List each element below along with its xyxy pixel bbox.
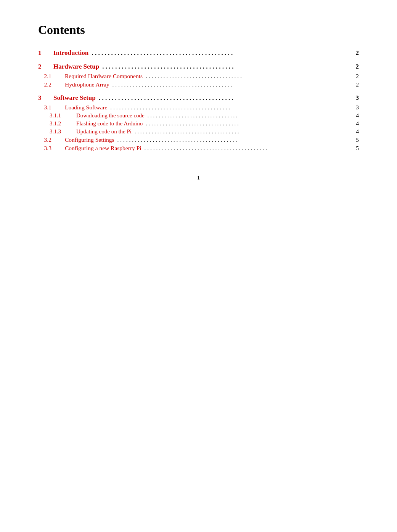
toc-entry-3-1-3: 3.1.3 Updating code on the Pi . . . . . …: [38, 128, 359, 135]
toc-label-3-1-2[interactable]: Flashing code to the Arduino: [76, 120, 143, 127]
toc-section-2: 2 Hardware Setup . . . . . . . . . . . .…: [38, 63, 359, 88]
toc-entry-3: 3 Software Setup . . . . . . . . . . . .…: [38, 94, 359, 102]
page-number: 1: [197, 175, 200, 181]
toc-number-3-3: 3.3: [38, 145, 65, 152]
toc-page-1: 2: [351, 49, 359, 57]
toc-page-3-1-1: 4: [351, 112, 359, 119]
toc-dots-3-1-3: . . . . . . . . . . . . . . . . . . . . …: [133, 128, 350, 135]
toc-entry-3-1: 3.1 Loading Software . . . . . . . . . .…: [38, 104, 359, 111]
toc-entry-2: 2 Hardware Setup . . . . . . . . . . . .…: [38, 63, 359, 71]
toc-link-3-1-1[interactable]: 3.1.1: [50, 112, 61, 119]
toc-link-2-1[interactable]: 2.1: [44, 73, 51, 79]
toc-page-3-2: 5: [351, 136, 359, 143]
toc-dots-2-2: . . . . . . . . . . . . . . . . . . . . …: [111, 81, 350, 88]
toc-label-3-1-1[interactable]: Downloading the source code: [76, 112, 145, 119]
toc-number-3: 3: [38, 94, 53, 102]
toc-number-3-1-3: 3.1.3: [38, 128, 76, 135]
toc-link-3-2[interactable]: 3.2: [44, 136, 51, 143]
toc-entry-3-3: 3.3 Configuring a new Raspberry Pi . . .…: [38, 145, 359, 152]
toc-label-1[interactable]: Introduction: [53, 49, 88, 57]
toc-link-3[interactable]: 3: [38, 94, 42, 101]
toc-dots-2-1: . . . . . . . . . . . . . . . . . . . . …: [144, 73, 350, 80]
toc-page-3-1: 3: [351, 104, 359, 111]
toc-section-1: 1 Introduction . . . . . . . . . . . . .…: [38, 49, 359, 57]
toc-label-3-3[interactable]: Configuring a new Raspberry Pi: [65, 145, 141, 152]
toc-dots-3-1-1: . . . . . . . . . . . . . . . . . . . . …: [146, 112, 350, 119]
toc-dots-3-3: . . . . . . . . . . . . . . . . . . . . …: [143, 145, 350, 152]
toc-page-3-3: 5: [351, 145, 359, 152]
toc-label-2-2[interactable]: Hydrophone Array: [65, 81, 109, 88]
toc-entry-3-1-2: 3.1.2 Flashing code to the Arduino . . .…: [38, 120, 359, 127]
toc-label-3-1-3[interactable]: Updating code on the Pi: [76, 128, 132, 135]
toc-page-2-1: 2: [351, 73, 359, 80]
toc-number-3-1: 3.1: [38, 104, 65, 111]
toc-number-3-1-2: 3.1.2: [38, 120, 76, 127]
toc-entry-3-2: 3.2 Configuring Settings . . . . . . . .…: [38, 136, 359, 143]
toc-link-3-1-3[interactable]: 3.1.3: [50, 128, 61, 135]
toc-link-3-3[interactable]: 3.3: [44, 145, 51, 151]
toc-entry-2-2: 2.2 Hydrophone Array . . . . . . . . . .…: [38, 81, 359, 88]
toc-number-2-2: 2.2: [38, 81, 65, 88]
toc-link-3-1[interactable]: 3.1: [44, 104, 51, 111]
toc-page-3-1-2: 4: [351, 120, 359, 127]
toc-entry-2-1: 2.1 Required Hardware Components . . . .…: [38, 73, 359, 80]
toc-label-2-1[interactable]: Required Hardware Components: [65, 73, 143, 80]
toc-section-3: 3 Software Setup . . . . . . . . . . . .…: [38, 94, 359, 152]
toc-dots-3: . . . . . . . . . . . . . . . . . . . . …: [97, 94, 350, 102]
toc-entry-1: 1 Introduction . . . . . . . . . . . . .…: [38, 49, 359, 57]
toc-dots-1: . . . . . . . . . . . . . . . . . . . . …: [90, 49, 350, 57]
toc-number-3-2: 3.2: [38, 136, 65, 143]
page-footer: 1: [38, 175, 359, 181]
toc-entry-3-1-1: 3.1.1 Downloading the source code . . . …: [38, 112, 359, 119]
toc-link-2[interactable]: 2: [38, 63, 42, 70]
toc-label-2[interactable]: Hardware Setup: [53, 63, 99, 71]
toc-label-3[interactable]: Software Setup: [53, 94, 96, 102]
page-title: Contents: [38, 23, 359, 37]
toc-page-3-1-3: 4: [351, 128, 359, 135]
toc-dots-2: . . . . . . . . . . . . . . . . . . . . …: [101, 63, 350, 71]
toc-page-3: 3: [351, 94, 359, 102]
toc-label-3-1[interactable]: Loading Software: [65, 104, 107, 111]
toc-link-1[interactable]: 1: [38, 49, 42, 56]
toc-dots-3-1: . . . . . . . . . . . . . . . . . . . . …: [109, 104, 350, 111]
toc-number-1: 1: [38, 49, 53, 57]
toc-page-2: 2: [351, 63, 359, 71]
toc-link-3-1-2[interactable]: 3.1.2: [50, 120, 61, 127]
toc-dots-3-2: . . . . . . . . . . . . . . . . . . . . …: [116, 136, 350, 143]
toc-container: 1 Introduction . . . . . . . . . . . . .…: [38, 49, 359, 152]
toc-label-3-2[interactable]: Configuring Settings: [65, 136, 114, 143]
toc-page-2-2: 2: [351, 81, 359, 88]
toc-number-3-1-1: 3.1.1: [38, 112, 76, 119]
toc-dots-3-1-2: . . . . . . . . . . . . . . . . . . . . …: [144, 120, 350, 127]
toc-number-2-1: 2.1: [38, 73, 65, 80]
toc-link-2-2[interactable]: 2.2: [44, 81, 51, 88]
toc-number-2: 2: [38, 63, 53, 71]
